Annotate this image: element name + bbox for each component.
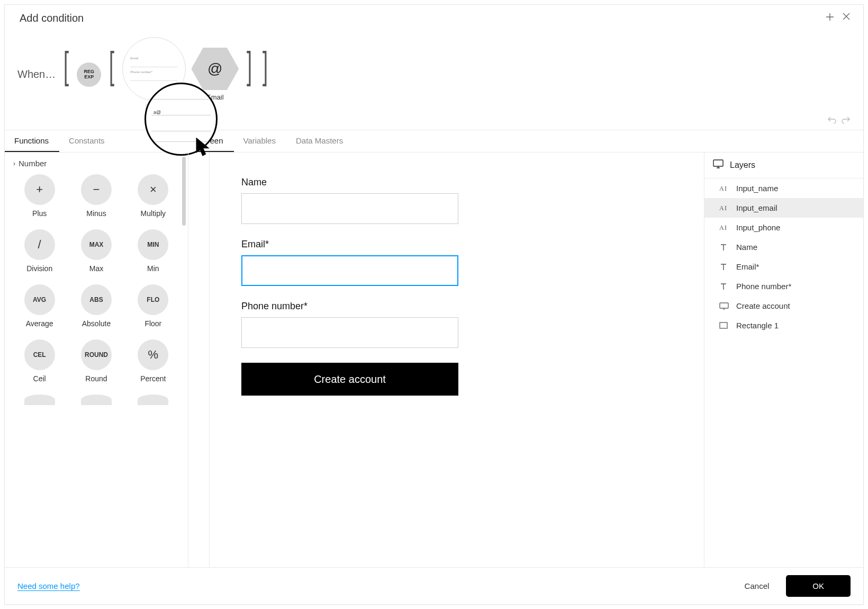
layer-create-account[interactable]: Create account xyxy=(704,296,863,316)
function-absolute-label: Absolute xyxy=(82,319,111,328)
tab-variables[interactable]: Variables xyxy=(234,130,286,152)
scrollbar-thumb[interactable] xyxy=(182,157,186,226)
function-absolute[interactable]: ABSAbsolute xyxy=(68,284,124,328)
function-max[interactable]: MAXMax xyxy=(68,229,124,273)
tab-data-masters[interactable]: Data Masters xyxy=(286,130,354,152)
function-plus-label: Plus xyxy=(32,209,47,218)
layer-input-email[interactable]: AIInput_email xyxy=(704,198,863,218)
text-icon xyxy=(719,263,730,271)
footer: Need some help? Cancel OK xyxy=(5,568,863,604)
layers-header: Layers xyxy=(704,153,863,178)
layer-rectangle-1[interactable]: Rectangle 1 xyxy=(704,316,863,335)
window: Add condition When… [ REG EXP [ Email Ph… xyxy=(4,4,864,605)
bracket-open-outer: [ xyxy=(64,46,69,84)
form-email-input[interactable] xyxy=(241,255,458,286)
function-peek[interactable] xyxy=(11,395,68,405)
function-division-label: Division xyxy=(26,264,52,273)
function-multiply-icon: × xyxy=(138,174,168,205)
regex-node[interactable]: REG EXP xyxy=(77,62,101,87)
layer-email-[interactable]: Email* xyxy=(704,257,863,276)
cancel-button[interactable]: Cancel xyxy=(737,576,777,596)
monitor-icon xyxy=(713,159,724,171)
button-icon xyxy=(719,302,730,310)
bracket-open-inner: [ xyxy=(109,46,114,84)
layer-input-name[interactable]: AIInput_name xyxy=(704,178,863,198)
email-hexagon-node[interactable]: @ xyxy=(191,48,239,90)
layer-label: Name xyxy=(736,243,757,252)
function-absolute-icon: ABS xyxy=(81,284,112,315)
layer-label: Create account xyxy=(736,301,790,310)
undo-icon[interactable] xyxy=(827,115,837,127)
layer-label: Input_name xyxy=(736,184,778,193)
function-division[interactable]: /Division xyxy=(11,229,68,273)
layer-input-phone[interactable]: AIInput_phone xyxy=(704,218,863,237)
function-minus[interactable]: −Minus xyxy=(68,174,124,218)
function-multiply[interactable]: ×Multiply xyxy=(125,174,182,218)
value-node[interactable]: Email Phone number* xyxy=(122,37,186,101)
function-max-icon: MAX xyxy=(81,229,112,260)
svg-rect-0 xyxy=(713,160,723,166)
tab-functions[interactable]: Functions xyxy=(5,130,59,152)
layers-title: Layers xyxy=(730,160,755,170)
input-icon: AI xyxy=(719,185,730,192)
function-percent-label: Percent xyxy=(140,374,166,383)
main-body: › Number +Plus−Minus×Multiply/DivisionMA… xyxy=(5,153,863,568)
input-icon: AI xyxy=(719,204,730,212)
function-average[interactable]: AVGAverage xyxy=(11,284,68,328)
ok-button[interactable]: OK xyxy=(786,575,851,597)
form-phone-input[interactable] xyxy=(241,317,458,348)
canvas-gutter xyxy=(188,153,210,567)
function-round-label: Round xyxy=(85,374,107,383)
expression-row: When… [ REG EXP [ Email Phone number* Va… xyxy=(5,30,863,130)
function-plus[interactable]: +Plus xyxy=(11,174,68,218)
bracket-close-outer: ] xyxy=(263,46,268,84)
function-plus-icon: + xyxy=(24,174,55,205)
redo-icon[interactable] xyxy=(841,115,851,127)
layer-phone-number-[interactable]: Phone number* xyxy=(704,276,863,296)
when-label: When… xyxy=(17,68,56,80)
function-round[interactable]: ROUNDRound xyxy=(68,339,124,383)
function-floor[interactable]: FLOFloor xyxy=(125,284,182,328)
header: Add condition xyxy=(5,5,863,30)
svg-text:I: I xyxy=(725,204,727,212)
email-node-label: Email xyxy=(206,93,224,101)
svg-text:A: A xyxy=(719,204,724,212)
function-floor-icon: FLO xyxy=(138,284,168,315)
function-average-label: Average xyxy=(26,319,53,328)
function-max-label: Max xyxy=(89,264,103,273)
svg-text:I: I xyxy=(725,185,727,192)
tab-screen[interactable]: Screen xyxy=(188,130,234,152)
form-name-input[interactable] xyxy=(241,193,458,224)
text-icon xyxy=(719,282,730,291)
function-min-icon: MIN xyxy=(138,229,168,260)
canvas[interactable]: Name Email* Phone number* Create account xyxy=(210,153,704,567)
layer-name[interactable]: Name xyxy=(704,237,863,257)
svg-rect-8 xyxy=(720,323,727,328)
text-icon xyxy=(719,243,730,252)
function-ceil-icon: CEL xyxy=(24,339,55,370)
layer-label: Input_email xyxy=(736,203,777,212)
function-peek[interactable] xyxy=(68,395,124,405)
input-icon: AI xyxy=(719,224,730,231)
functions-section-header[interactable]: › Number xyxy=(5,153,188,174)
function-min[interactable]: MINMin xyxy=(125,229,182,273)
function-peek[interactable] xyxy=(125,395,182,405)
close-icon[interactable] xyxy=(842,12,851,24)
form-email-label: Email* xyxy=(241,239,672,250)
function-ceil[interactable]: CELCeil xyxy=(11,339,68,383)
function-percent[interactable]: %Percent xyxy=(125,339,182,383)
form-name-label: Name xyxy=(241,177,672,188)
create-account-button[interactable]: Create account xyxy=(241,363,458,396)
svg-text:I: I xyxy=(725,224,727,231)
plus-icon[interactable] xyxy=(825,12,835,24)
help-link[interactable]: Need some help? xyxy=(17,581,80,591)
page-title: Add condition xyxy=(20,12,84,24)
functions-section-label: Number xyxy=(19,159,47,168)
function-min-label: Min xyxy=(147,264,159,273)
function-minus-label: Minus xyxy=(86,209,106,218)
function-minus-icon: − xyxy=(81,174,112,205)
tabs-bar: FunctionsConstants ScreenVariablesData M… xyxy=(5,130,863,153)
screen-canvas-area: Name Email* Phone number* Create account xyxy=(188,153,704,567)
value-node-label: Val xyxy=(146,104,162,112)
tab-constants[interactable]: Constants xyxy=(59,130,115,152)
